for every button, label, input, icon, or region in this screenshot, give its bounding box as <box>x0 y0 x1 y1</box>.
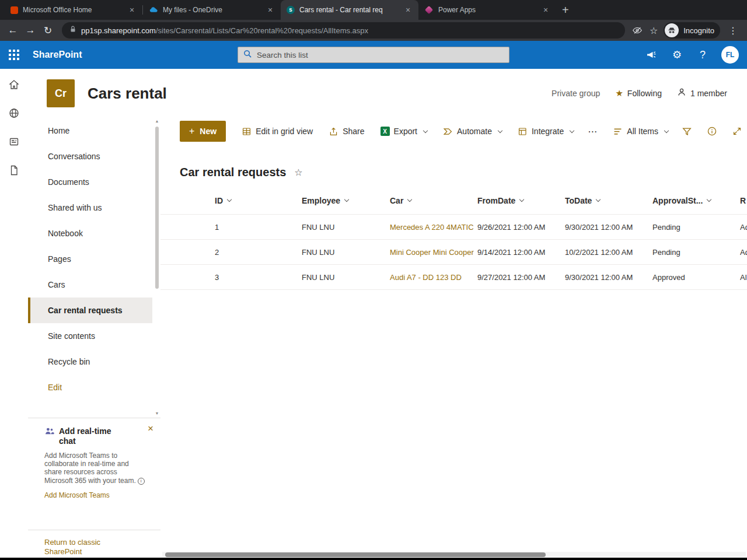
nav-item-documents[interactable]: Documents <box>28 169 152 195</box>
chevron-down-icon <box>707 197 711 202</box>
scroll-up-icon[interactable]: ▲ <box>153 119 160 123</box>
cell-car-link[interactable]: Audi A7 - DD 123 DD <box>390 273 477 282</box>
following-button[interactable]: ★ Following <box>615 88 662 99</box>
suite-bar-actions: ⚙ ? FL <box>644 46 747 64</box>
browser-tab-office[interactable]: Microsoft Office Home × <box>5 0 142 20</box>
search-box[interactable] <box>238 47 509 63</box>
cell-todate: 9/30/2021 12:00 AM <box>565 223 652 232</box>
info-icon[interactable] <box>706 125 718 138</box>
tab-close-icon[interactable]: × <box>127 5 137 15</box>
nav-item-recycle-bin[interactable]: Recycle bin <box>28 349 152 374</box>
bookmark-star-icon[interactable]: ☆ <box>650 25 658 36</box>
document-icon[interactable] <box>1 158 27 183</box>
add-teams-link[interactable]: Add Microsoft Teams <box>44 491 152 499</box>
more-commands-button[interactable]: ⋯ <box>588 126 598 137</box>
share-button[interactable]: Share <box>329 127 364 136</box>
table-row[interactable]: 2 FNU LNU Mini Cooper Mini Cooper 9/14/2… <box>160 240 747 265</box>
chevron-down-icon <box>498 128 502 132</box>
browser-url-bar: ← → ↻ pp1sp.sharepoint.com/sites/Carsren… <box>0 20 747 41</box>
new-button[interactable]: + New <box>180 121 226 142</box>
back-button[interactable]: ← <box>5 22 21 38</box>
address-bar[interactable]: pp1sp.sharepoint.com/sites/Carsrental/Li… <box>62 22 625 38</box>
suite-bar: SharePoint ⚙ ? FL <box>0 41 747 69</box>
nav-item-notebook[interactable]: Notebook <box>28 220 152 246</box>
integrate-button[interactable]: Integrate <box>518 127 574 136</box>
info-icon[interactable]: i <box>138 478 145 485</box>
browser-tab-sharepoint-active[interactable]: s Cars rental - Car rental req × <box>281 0 418 20</box>
close-icon[interactable]: × <box>148 423 153 435</box>
cell-car-link[interactable]: Mini Cooper Mini Cooper <box>390 248 477 257</box>
cell-employee: FNU LNU <box>302 248 390 257</box>
search-input[interactable] <box>257 51 504 60</box>
tab-close-icon[interactable]: × <box>541 5 550 15</box>
browser-tab-powerapps[interactable]: Power Apps × <box>418 0 556 20</box>
column-header-car[interactable]: Car <box>390 196 477 205</box>
plus-icon: + <box>189 126 194 136</box>
megaphone-icon[interactable] <box>644 48 658 62</box>
column-header-employee[interactable]: Employee <box>302 196 390 205</box>
account-avatar[interactable]: FL <box>721 46 739 64</box>
url-text: pp1sp.sharepoint.com/sites/Carsrental/Li… <box>81 26 368 35</box>
sharepoint-logo-text[interactable]: SharePoint <box>33 50 82 60</box>
scroll-down-icon[interactable]: ▼ <box>153 411 160 415</box>
return-to-classic-link[interactable]: Return to classic SharePoint <box>44 538 120 557</box>
filter-icon[interactable] <box>680 125 693 138</box>
expand-icon[interactable] <box>731 125 743 138</box>
nav-item-shared-with-us[interactable]: Shared with us <box>28 195 152 220</box>
classic-sharepoint-section: Return to classic SharePoint <box>28 530 160 557</box>
horizontal-scrollbar-thumb[interactable] <box>165 552 546 557</box>
command-bar: + New Edit in grid view Share X Export A… <box>180 119 743 144</box>
edit-in-grid-view-button[interactable]: Edit in grid view <box>242 127 313 136</box>
nav-item-cars[interactable]: Cars <box>28 272 152 298</box>
column-header-fromdate[interactable]: FromDate <box>477 196 565 205</box>
tab-close-icon[interactable]: × <box>403 5 413 15</box>
help-icon[interactable]: ? <box>696 48 710 62</box>
members-button[interactable]: 1 member <box>677 88 727 99</box>
view-selector[interactable]: All Items <box>613 127 668 136</box>
table-row[interactable]: 1 FNU LNU Mercedes A 220 4MATIC 9/26/202… <box>160 215 747 240</box>
chevron-down-icon <box>570 128 574 132</box>
automate-button[interactable]: Automate <box>443 127 502 136</box>
cell-todate: 10/2/2021 12:00 AM <box>565 248 652 257</box>
tab-title: My files - OneDrive <box>163 6 261 14</box>
app-launcher-icon[interactable] <box>0 41 28 69</box>
home-icon[interactable] <box>1 72 27 97</box>
nav-item-home[interactable]: Home <box>28 118 152 144</box>
new-tab-button[interactable]: + <box>562 4 569 17</box>
nav-item-site-contents[interactable]: Site contents <box>28 323 152 349</box>
column-header-r[interactable]: R <box>740 196 747 205</box>
person-icon <box>677 88 686 99</box>
table-row[interactable]: 3 FNU LNU Audi A7 - DD 123 DD 9/27/2021 … <box>160 265 747 290</box>
url-bar-actions: ☆ Incognito ⋮ <box>631 22 742 38</box>
export-button[interactable]: X Export <box>381 127 427 136</box>
browser-tab-onedrive[interactable]: My files - OneDrive × <box>143 0 281 20</box>
column-header-todate[interactable]: ToDate <box>565 196 652 205</box>
column-header-approvalstatus[interactable]: ApprovalSt... <box>652 196 740 205</box>
incognito-label: Incognito <box>683 26 714 35</box>
reload-button[interactable]: ↻ <box>40 22 56 38</box>
nav-scrollbar-thumb[interactable] <box>155 127 159 289</box>
window-edge <box>0 558 747 560</box>
nav-scrollbar[interactable]: ▲ ▼ <box>153 119 160 415</box>
chevron-down-icon <box>407 197 412 202</box>
table-header-row: ID Employee Car FromDate ToDate Approval… <box>160 187 747 215</box>
browser-menu-icon[interactable]: ⋮ <box>726 25 740 36</box>
privacy-label: Private group <box>551 89 600 98</box>
gear-icon[interactable]: ⚙ <box>670 48 684 62</box>
horizontal-scrollbar[interactable] <box>162 552 746 557</box>
forward-button[interactable]: → <box>22 22 39 38</box>
cell-employee: FNU LNU <box>302 223 390 232</box>
eye-blocked-icon[interactable] <box>631 24 644 37</box>
nav-item-pages[interactable]: Pages <box>28 246 152 272</box>
column-header-id[interactable]: ID <box>215 196 302 205</box>
globe-icon[interactable] <box>1 100 27 126</box>
site-meta: Private group ★ Following 1 member <box>551 88 727 99</box>
cell-car-link[interactable]: Mercedes A 220 4MATIC <box>390 223 477 232</box>
favorite-star-icon[interactable]: ☆ <box>294 167 302 178</box>
tab-close-icon[interactable]: × <box>266 5 275 15</box>
news-icon[interactable] <box>1 129 27 155</box>
nav-item-car-rental-requests[interactable]: Car rental requests <box>28 298 152 323</box>
nav-edit-link[interactable]: Edit <box>28 374 152 400</box>
nav-item-conversations[interactable]: Conversations <box>28 144 152 169</box>
site-logo[interactable]: Cr <box>47 79 75 107</box>
